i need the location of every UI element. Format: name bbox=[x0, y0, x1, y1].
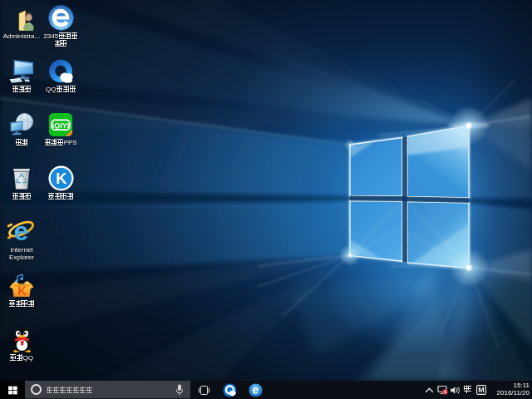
svg-text:K: K bbox=[17, 284, 26, 298]
svg-text:e: e bbox=[252, 383, 259, 397]
svg-text:K: K bbox=[56, 170, 67, 187]
svg-text:M: M bbox=[478, 386, 485, 394]
svg-text:iQIYI: iQIYI bbox=[52, 121, 69, 130]
svg-text:e: e bbox=[14, 218, 29, 244]
